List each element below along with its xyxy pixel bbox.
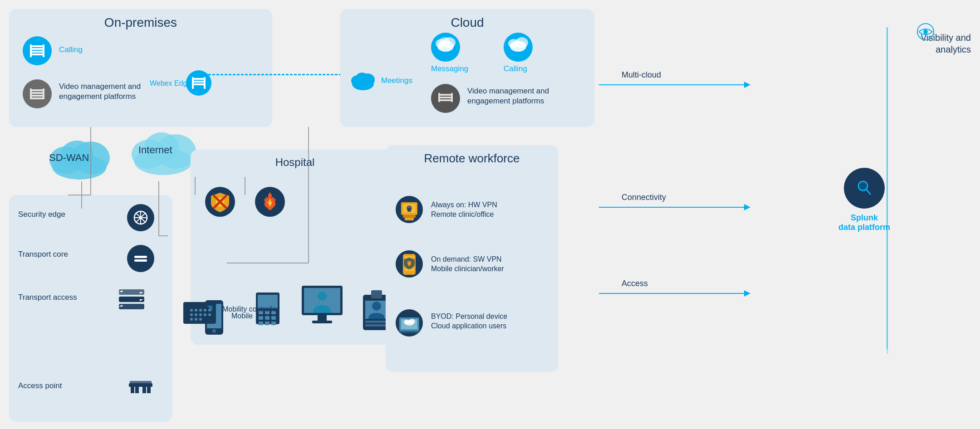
remote-box: Remote workforce Always on: HW VPNRemote… bbox=[386, 145, 558, 372]
security-edge-icon bbox=[127, 204, 154, 231]
svg-point-99 bbox=[199, 309, 202, 312]
svg-point-98 bbox=[195, 309, 197, 312]
svg-point-88 bbox=[318, 292, 327, 301]
remote-hw-vpn-label: Always on: HW VPNRemote clinic/office bbox=[431, 200, 549, 219]
transport-core-label: Transport core bbox=[18, 249, 68, 259]
svg-rect-4 bbox=[30, 44, 32, 57]
svg-rect-30 bbox=[439, 94, 452, 96]
svg-rect-80 bbox=[271, 316, 276, 320]
transport-access-icon bbox=[118, 286, 154, 315]
remote-title: Remote workforce bbox=[386, 151, 558, 166]
access-label: Access bbox=[622, 279, 648, 288]
svg-rect-3 bbox=[31, 54, 44, 55]
remote-sw-vpn-label: On demand: SW VPNMobile clinician/worker bbox=[431, 255, 549, 274]
webex-dashed-line bbox=[204, 74, 354, 75]
svg-rect-62 bbox=[142, 387, 146, 393]
splunk-label: Splunkdata platform bbox=[826, 213, 903, 232]
svg-point-92 bbox=[372, 302, 381, 311]
svg-rect-12 bbox=[193, 78, 205, 80]
cloud-calling-icon bbox=[504, 33, 533, 63]
svg-point-127 bbox=[404, 320, 409, 324]
access-arrow bbox=[599, 290, 750, 297]
on-prem-calling-label: Calling bbox=[59, 45, 83, 54]
on-premises-box: On-premises Calling Vide bbox=[9, 9, 272, 127]
access-point-icon bbox=[127, 376, 154, 396]
meetings-label: Meetings bbox=[381, 76, 412, 85]
network-left-box: Security edge Transport core Tran bbox=[9, 195, 172, 422]
svg-rect-81 bbox=[259, 322, 263, 325]
svg-rect-11 bbox=[43, 88, 44, 99]
transport-core-icon bbox=[127, 245, 154, 272]
mobility-controller-label: Mobility controller bbox=[222, 305, 279, 314]
svg-point-109 bbox=[199, 318, 202, 321]
svg-rect-13 bbox=[193, 81, 205, 83]
webex-edge-label: Webex Edge bbox=[150, 79, 191, 88]
on-prem-video-icon bbox=[23, 79, 52, 108]
diagram-container: On-premises Calling Vide bbox=[0, 0, 980, 429]
connectivity-arrow bbox=[599, 204, 750, 210]
svg-rect-60 bbox=[131, 387, 134, 393]
svg-point-108 bbox=[195, 318, 197, 321]
svg-rect-63 bbox=[147, 387, 151, 393]
svg-rect-8 bbox=[31, 95, 44, 97]
svg-point-29 bbox=[515, 37, 528, 48]
hospital-box: Hospital bbox=[191, 150, 399, 345]
sdwan-label: SD-WAN bbox=[49, 152, 89, 164]
on-prem-calling-icon bbox=[23, 36, 52, 65]
svg-rect-9 bbox=[31, 98, 44, 99]
svg-rect-32 bbox=[439, 99, 452, 101]
visibility-icon bbox=[916, 23, 935, 43]
svg-rect-33 bbox=[438, 93, 440, 102]
svg-rect-129 bbox=[399, 331, 419, 333]
svg-rect-1 bbox=[31, 48, 44, 50]
transport-access-label: Transport access bbox=[18, 292, 77, 302]
connectivity-label: Connectivity bbox=[622, 193, 666, 202]
svg-rect-15 bbox=[192, 77, 194, 89]
svg-rect-61 bbox=[135, 387, 139, 393]
svg-rect-6 bbox=[31, 89, 44, 91]
svg-rect-7 bbox=[31, 92, 44, 94]
svg-rect-14 bbox=[193, 83, 205, 85]
remote-byod-label: BYOD: Personal deviceCloud application u… bbox=[431, 312, 549, 331]
svg-rect-90 bbox=[371, 290, 382, 298]
cloud-calling-label: Calling bbox=[504, 64, 527, 73]
meetings-icon bbox=[349, 68, 377, 93]
svg-rect-5 bbox=[43, 44, 44, 57]
svg-rect-0 bbox=[31, 45, 44, 47]
hospital-title: Hospital bbox=[191, 156, 399, 169]
svg-rect-94 bbox=[365, 324, 388, 327]
svg-rect-34 bbox=[451, 93, 453, 102]
svg-point-100 bbox=[204, 309, 206, 312]
svg-rect-86 bbox=[318, 315, 327, 321]
cloud-title: Cloud bbox=[340, 15, 594, 30]
svg-point-20 bbox=[356, 73, 368, 83]
messaging-label: Messaging bbox=[431, 64, 468, 73]
svg-point-105 bbox=[204, 313, 206, 316]
svg-rect-78 bbox=[259, 316, 263, 320]
svg-point-128 bbox=[409, 319, 415, 324]
svg-rect-31 bbox=[439, 97, 452, 98]
svg-point-103 bbox=[195, 313, 197, 316]
on-prem-video-label: Video management andengagement platforms bbox=[59, 82, 150, 102]
svg-point-72 bbox=[212, 329, 216, 333]
multicloud-label: Multi-cloud bbox=[622, 70, 661, 80]
svg-rect-64 bbox=[130, 381, 152, 383]
svg-rect-16 bbox=[204, 77, 206, 89]
svg-point-104 bbox=[199, 313, 202, 316]
svg-rect-2 bbox=[31, 51, 44, 53]
on-premises-title: On-premises bbox=[9, 15, 272, 30]
svg-point-136 bbox=[923, 29, 928, 34]
svg-rect-59 bbox=[129, 383, 152, 387]
security-edge-label: Security edge bbox=[18, 210, 65, 219]
svg-rect-122 bbox=[408, 263, 410, 266]
svg-rect-83 bbox=[271, 322, 276, 325]
svg-rect-10 bbox=[30, 88, 32, 99]
messaging-icon bbox=[431, 33, 460, 63]
remote-hw-vpn-icon bbox=[395, 195, 424, 226]
svg-rect-115 bbox=[403, 215, 416, 218]
cloud-box: Cloud Meetings Messaging bbox=[340, 9, 594, 127]
svg-rect-117 bbox=[407, 208, 411, 212]
access-point-label: Access point bbox=[18, 381, 62, 391]
cloud-video-label: Video management andengagement platforms bbox=[467, 86, 576, 106]
svg-rect-79 bbox=[265, 316, 270, 320]
